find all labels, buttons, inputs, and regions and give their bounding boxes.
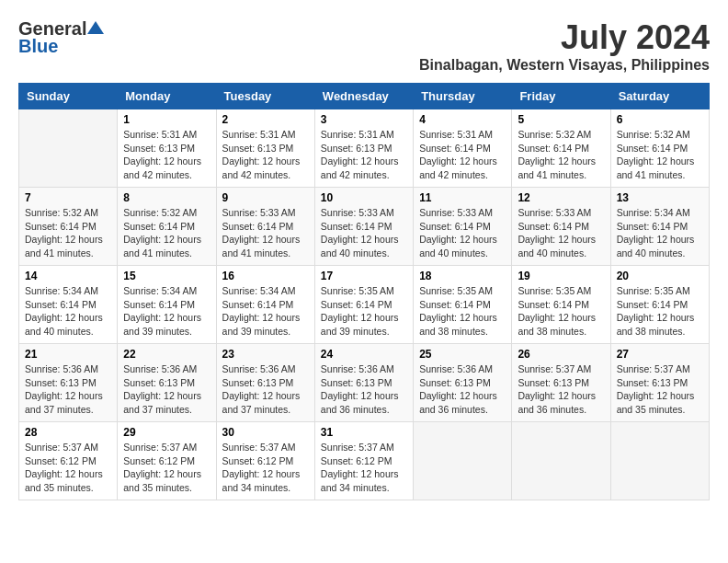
day-number: 8 bbox=[123, 191, 210, 204]
calendar-cell: 25Sunrise: 5:36 AMSunset: 6:13 PMDayligh… bbox=[414, 344, 512, 422]
days-header-row: SundayMondayTuesdayWednesdayThursdayFrid… bbox=[19, 84, 710, 109]
calendar-cell: 12Sunrise: 5:33 AMSunset: 6:14 PMDayligh… bbox=[512, 188, 610, 266]
day-info: Sunrise: 5:35 AMSunset: 6:14 PMDaylight:… bbox=[321, 284, 407, 339]
day-info: Sunrise: 5:32 AMSunset: 6:14 PMDaylight:… bbox=[123, 206, 210, 260]
day-info: Sunrise: 5:37 AMSunset: 6:13 PMDaylight:… bbox=[617, 362, 703, 417]
week-row-2: 7Sunrise: 5:32 AMSunset: 6:14 PMDaylight… bbox=[19, 188, 710, 266]
day-number: 6 bbox=[617, 113, 703, 126]
day-info: Sunrise: 5:31 AMSunset: 6:13 PMDaylight:… bbox=[222, 128, 309, 182]
day-number: 19 bbox=[518, 270, 604, 282]
day-number: 23 bbox=[222, 348, 309, 361]
day-number: 26 bbox=[518, 348, 604, 361]
day-number: 20 bbox=[617, 270, 703, 282]
day-number: 29 bbox=[123, 426, 210, 439]
calendar-cell: 24Sunrise: 5:36 AMSunset: 6:13 PMDayligh… bbox=[314, 344, 413, 422]
header: General Blue July 2024 Binalbagan, Weste… bbox=[18, 18, 710, 74]
day-info: Sunrise: 5:37 AMSunset: 6:12 PMDaylight:… bbox=[222, 441, 309, 495]
day-info: Sunrise: 5:31 AMSunset: 6:13 PMDaylight:… bbox=[321, 128, 407, 182]
day-number: 9 bbox=[222, 191, 309, 204]
day-number: 7 bbox=[25, 191, 111, 204]
calendar-cell bbox=[414, 422, 512, 500]
calendar-table: SundayMondayTuesdayWednesdayThursdayFrid… bbox=[18, 83, 710, 500]
day-number: 5 bbox=[518, 113, 604, 126]
day-number: 11 bbox=[419, 191, 506, 204]
day-info: Sunrise: 5:35 AMSunset: 6:14 PMDaylight:… bbox=[419, 284, 506, 339]
day-info: Sunrise: 5:36 AMSunset: 6:13 PMDaylight:… bbox=[419, 362, 506, 417]
calendar-cell: 28Sunrise: 5:37 AMSunset: 6:12 PMDayligh… bbox=[19, 422, 118, 500]
day-info: Sunrise: 5:37 AMSunset: 6:12 PMDaylight:… bbox=[25, 441, 111, 495]
calendar-cell: 10Sunrise: 5:33 AMSunset: 6:14 PMDayligh… bbox=[314, 188, 413, 266]
calendar-cell: 31Sunrise: 5:37 AMSunset: 6:12 PMDayligh… bbox=[314, 422, 413, 500]
day-info: Sunrise: 5:35 AMSunset: 6:14 PMDaylight:… bbox=[518, 284, 604, 339]
calendar-cell bbox=[512, 422, 610, 500]
day-number: 10 bbox=[321, 191, 407, 204]
title-section: July 2024 Binalbagan, Western Visayas, P… bbox=[419, 18, 710, 74]
day-number: 31 bbox=[321, 426, 407, 439]
logo-blue-text: Blue bbox=[18, 36, 58, 57]
day-info: Sunrise: 5:31 AMSunset: 6:13 PMDaylight:… bbox=[123, 128, 210, 182]
calendar-cell: 17Sunrise: 5:35 AMSunset: 6:14 PMDayligh… bbox=[314, 266, 413, 344]
calendar-cell bbox=[19, 109, 118, 188]
calendar-cell: 6Sunrise: 5:32 AMSunset: 6:14 PMDaylight… bbox=[610, 109, 709, 188]
day-number: 15 bbox=[123, 270, 210, 282]
day-number: 3 bbox=[321, 113, 407, 126]
day-number: 2 bbox=[222, 113, 309, 126]
day-number: 4 bbox=[419, 113, 506, 126]
day-number: 18 bbox=[419, 270, 506, 282]
calendar-cell: 30Sunrise: 5:37 AMSunset: 6:12 PMDayligh… bbox=[216, 422, 314, 500]
calendar-cell: 22Sunrise: 5:36 AMSunset: 6:13 PMDayligh… bbox=[118, 344, 216, 422]
calendar-cell: 14Sunrise: 5:34 AMSunset: 6:14 PMDayligh… bbox=[19, 266, 118, 344]
day-info: Sunrise: 5:35 AMSunset: 6:14 PMDaylight:… bbox=[617, 284, 703, 339]
day-header-tuesday: Tuesday bbox=[216, 84, 314, 109]
day-header-thursday: Thursday bbox=[414, 84, 512, 109]
calendar-cell: 5Sunrise: 5:32 AMSunset: 6:14 PMDaylight… bbox=[512, 109, 610, 188]
day-info: Sunrise: 5:34 AMSunset: 6:14 PMDaylight:… bbox=[123, 284, 210, 339]
day-info: Sunrise: 5:34 AMSunset: 6:14 PMDaylight:… bbox=[617, 206, 703, 260]
day-number: 14 bbox=[25, 270, 111, 282]
calendar-cell: 9Sunrise: 5:33 AMSunset: 6:14 PMDaylight… bbox=[216, 188, 314, 266]
calendar-cell: 13Sunrise: 5:34 AMSunset: 6:14 PMDayligh… bbox=[610, 188, 709, 266]
day-info: Sunrise: 5:32 AMSunset: 6:14 PMDaylight:… bbox=[25, 206, 111, 260]
calendar-cell: 4Sunrise: 5:31 AMSunset: 6:14 PMDaylight… bbox=[414, 109, 512, 188]
location: Binalbagan, Western Visayas, Philippines bbox=[419, 57, 710, 74]
day-header-monday: Monday bbox=[118, 84, 216, 109]
day-number: 30 bbox=[222, 426, 309, 439]
day-number: 1 bbox=[123, 113, 210, 126]
day-number: 17 bbox=[321, 270, 407, 282]
calendar-cell: 11Sunrise: 5:33 AMSunset: 6:14 PMDayligh… bbox=[414, 188, 512, 266]
calendar-cell: 19Sunrise: 5:35 AMSunset: 6:14 PMDayligh… bbox=[512, 266, 610, 344]
day-number: 16 bbox=[222, 270, 309, 282]
day-header-sunday: Sunday bbox=[19, 84, 118, 109]
calendar-cell: 1Sunrise: 5:31 AMSunset: 6:13 PMDaylight… bbox=[118, 109, 216, 188]
day-info: Sunrise: 5:33 AMSunset: 6:14 PMDaylight:… bbox=[419, 206, 506, 260]
calendar-cell: 20Sunrise: 5:35 AMSunset: 6:14 PMDayligh… bbox=[610, 266, 709, 344]
logo-bird-icon bbox=[87, 21, 104, 38]
calendar-cell bbox=[610, 422, 709, 500]
day-number: 12 bbox=[518, 191, 604, 204]
day-info: Sunrise: 5:37 AMSunset: 6:13 PMDaylight:… bbox=[518, 362, 604, 417]
day-info: Sunrise: 5:32 AMSunset: 6:14 PMDaylight:… bbox=[518, 128, 604, 182]
week-row-5: 28Sunrise: 5:37 AMSunset: 6:12 PMDayligh… bbox=[19, 422, 710, 500]
week-row-1: 1Sunrise: 5:31 AMSunset: 6:13 PMDaylight… bbox=[19, 109, 710, 188]
day-info: Sunrise: 5:37 AMSunset: 6:12 PMDaylight:… bbox=[321, 441, 407, 495]
calendar-cell: 26Sunrise: 5:37 AMSunset: 6:13 PMDayligh… bbox=[512, 344, 610, 422]
day-info: Sunrise: 5:31 AMSunset: 6:14 PMDaylight:… bbox=[419, 128, 506, 182]
month-year: July 2024 bbox=[419, 18, 710, 57]
day-number: 24 bbox=[321, 348, 407, 361]
calendar-cell: 16Sunrise: 5:34 AMSunset: 6:14 PMDayligh… bbox=[216, 266, 314, 344]
day-info: Sunrise: 5:36 AMSunset: 6:13 PMDaylight:… bbox=[123, 362, 210, 417]
day-info: Sunrise: 5:33 AMSunset: 6:14 PMDaylight:… bbox=[321, 206, 407, 260]
day-info: Sunrise: 5:36 AMSunset: 6:13 PMDaylight:… bbox=[321, 362, 407, 417]
logo: General Blue bbox=[18, 18, 104, 57]
day-header-wednesday: Wednesday bbox=[314, 84, 413, 109]
calendar-cell: 3Sunrise: 5:31 AMSunset: 6:13 PMDaylight… bbox=[314, 109, 413, 188]
day-header-saturday: Saturday bbox=[610, 84, 709, 109]
day-info: Sunrise: 5:32 AMSunset: 6:14 PMDaylight:… bbox=[617, 128, 703, 182]
day-number: 21 bbox=[25, 348, 111, 361]
day-info: Sunrise: 5:36 AMSunset: 6:13 PMDaylight:… bbox=[222, 362, 309, 417]
day-number: 25 bbox=[419, 348, 506, 361]
calendar-cell: 23Sunrise: 5:36 AMSunset: 6:13 PMDayligh… bbox=[216, 344, 314, 422]
calendar-cell: 21Sunrise: 5:36 AMSunset: 6:13 PMDayligh… bbox=[19, 344, 118, 422]
calendar-cell: 8Sunrise: 5:32 AMSunset: 6:14 PMDaylight… bbox=[118, 188, 216, 266]
calendar-cell: 29Sunrise: 5:37 AMSunset: 6:12 PMDayligh… bbox=[118, 422, 216, 500]
